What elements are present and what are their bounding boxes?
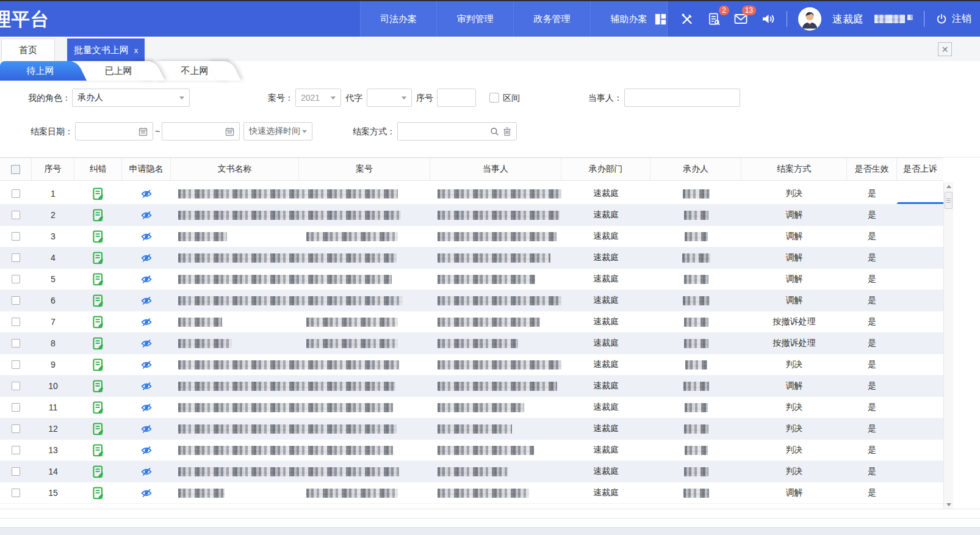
scroll-up-arrow[interactable] bbox=[944, 182, 954, 191]
nav-item-gov-management[interactable]: 政务管理 bbox=[514, 1, 591, 37]
document-name-redacted[interactable] bbox=[178, 189, 398, 198]
anonymity-eye-off-icon[interactable] bbox=[141, 253, 152, 263]
correction-icon[interactable] bbox=[93, 294, 104, 307]
tools-icon[interactable] bbox=[679, 11, 695, 27]
horizontal-scrollbar-track[interactable] bbox=[0, 509, 980, 519]
role-select[interactable]: 承办人 bbox=[72, 89, 190, 107]
anonymity-eye-off-icon[interactable] bbox=[141, 274, 152, 285]
trash-icon[interactable] bbox=[503, 127, 511, 136]
subtab-pending-upload[interactable]: 待上网 bbox=[0, 61, 72, 81]
document-name-redacted[interactable] bbox=[178, 403, 393, 412]
row-checkbox[interactable] bbox=[12, 489, 20, 497]
close-type-input[interactable] bbox=[397, 122, 517, 140]
row-checkbox[interactable] bbox=[12, 424, 20, 433]
xuhao-input[interactable] bbox=[437, 89, 476, 107]
correction-icon[interactable] bbox=[93, 423, 104, 435]
document-name-redacted[interactable] bbox=[178, 446, 393, 455]
document-name-redacted[interactable] bbox=[178, 296, 403, 305]
case-year-select[interactable]: 2021 bbox=[295, 89, 341, 107]
vertical-scrollbar[interactable] bbox=[943, 182, 953, 509]
correction-icon[interactable] bbox=[93, 230, 104, 243]
row-checkbox[interactable] bbox=[12, 189, 20, 198]
close-date-start-input[interactable] bbox=[75, 122, 153, 140]
avatar[interactable] bbox=[798, 7, 821, 31]
anonymity-eye-off-icon[interactable] bbox=[141, 402, 152, 413]
anonymity-eye-off-icon[interactable] bbox=[141, 189, 152, 199]
speaker-icon[interactable] bbox=[760, 11, 776, 27]
quick-time-select[interactable]: 快速选择时间 bbox=[243, 122, 312, 140]
correction-icon[interactable] bbox=[93, 358, 104, 371]
correction-icon[interactable] bbox=[93, 465, 104, 478]
document-name-redacted[interactable] bbox=[178, 211, 401, 220]
anonymity-eye-off-icon[interactable] bbox=[141, 381, 152, 391]
row-checkbox[interactable] bbox=[12, 446, 20, 454]
select-all-checkbox[interactable] bbox=[11, 165, 20, 174]
row-checkbox[interactable] bbox=[12, 253, 20, 262]
tab-home[interactable]: 首页 bbox=[1, 38, 55, 62]
document-name-redacted[interactable] bbox=[178, 489, 225, 498]
anonymity-eye-off-icon[interactable] bbox=[141, 231, 152, 242]
anonymity-eye-off-icon[interactable] bbox=[141, 360, 152, 370]
row-checkbox[interactable] bbox=[12, 339, 20, 348]
nav-item-trial-management[interactable]: 审判管理 bbox=[437, 1, 514, 37]
logout-button[interactable]: 注销 bbox=[935, 13, 971, 26]
panel-close-button[interactable]: ✕ bbox=[938, 42, 952, 56]
tab-batch-document-upload[interactable]: 批量文书上网 x bbox=[67, 38, 145, 62]
nav-item-judicial-case[interactable]: 司法办案 bbox=[360, 1, 437, 37]
document-name-redacted[interactable] bbox=[178, 467, 399, 476]
subtab-uploaded[interactable]: 已上网 bbox=[78, 61, 150, 81]
search-icon[interactable] bbox=[490, 127, 499, 136]
correction-icon[interactable] bbox=[93, 401, 104, 414]
correction-icon[interactable] bbox=[93, 380, 104, 393]
anonymity-eye-off-icon[interactable] bbox=[141, 488, 152, 498]
document-name-redacted[interactable] bbox=[178, 339, 232, 348]
correction-icon[interactable] bbox=[93, 273, 104, 286]
anonymity-eye-off-icon[interactable] bbox=[141, 338, 152, 349]
correction-icon[interactable] bbox=[93, 337, 104, 350]
cell-correction bbox=[74, 482, 122, 503]
anonymity-eye-off-icon[interactable] bbox=[141, 296, 152, 306]
scroll-down-arrow[interactable] bbox=[944, 500, 954, 509]
correction-icon[interactable] bbox=[93, 487, 104, 500]
document-name-redacted[interactable] bbox=[178, 382, 395, 391]
cell-appeal bbox=[897, 397, 943, 418]
cell-row-number: 4 bbox=[32, 247, 74, 268]
correction-icon[interactable] bbox=[93, 187, 104, 200]
document-name-redacted[interactable] bbox=[178, 424, 397, 434]
calendar-icon[interactable] bbox=[225, 127, 234, 136]
close-date-end-input[interactable] bbox=[162, 122, 240, 140]
row-checkbox[interactable] bbox=[12, 382, 20, 390]
row-checkbox[interactable] bbox=[12, 403, 20, 412]
interval-checkbox[interactable] bbox=[489, 93, 499, 103]
row-checkbox[interactable] bbox=[12, 360, 20, 369]
document-name-redacted[interactable] bbox=[178, 232, 227, 241]
anonymity-eye-off-icon[interactable] bbox=[141, 210, 152, 220]
dashboard-icon[interactable] bbox=[652, 11, 668, 27]
correction-icon[interactable] bbox=[93, 209, 104, 222]
row-checkbox[interactable] bbox=[12, 275, 20, 283]
anonymity-eye-off-icon[interactable] bbox=[141, 445, 152, 456]
subtab-not-upload[interactable]: 不上网 bbox=[154, 61, 226, 81]
row-checkbox[interactable] bbox=[12, 211, 20, 219]
document-name-redacted[interactable] bbox=[178, 275, 392, 284]
correction-icon[interactable] bbox=[93, 444, 104, 457]
daizi-select[interactable] bbox=[367, 89, 412, 107]
anonymity-eye-off-icon[interactable] bbox=[141, 467, 152, 477]
document-name-redacted[interactable] bbox=[178, 253, 397, 263]
row-checkbox[interactable] bbox=[12, 467, 20, 476]
correction-icon[interactable] bbox=[93, 252, 104, 264]
tab-close-icon[interactable]: x bbox=[134, 46, 139, 55]
document-name-redacted[interactable] bbox=[178, 360, 399, 369]
row-checkbox[interactable] bbox=[12, 232, 20, 241]
anonymity-eye-off-icon[interactable] bbox=[141, 317, 152, 327]
party-input[interactable] bbox=[624, 89, 740, 107]
calendar-icon[interactable] bbox=[139, 127, 148, 136]
document-name-redacted[interactable] bbox=[178, 318, 222, 327]
row-checkbox[interactable] bbox=[12, 296, 20, 305]
tasks-icon[interactable]: 2 bbox=[706, 11, 722, 27]
scrollbar-thumb[interactable] bbox=[945, 192, 953, 209]
correction-icon[interactable] bbox=[93, 316, 104, 329]
anonymity-eye-off-icon[interactable] bbox=[141, 424, 152, 434]
mail-icon[interactable]: 13 bbox=[733, 11, 749, 27]
row-checkbox[interactable] bbox=[12, 318, 20, 326]
